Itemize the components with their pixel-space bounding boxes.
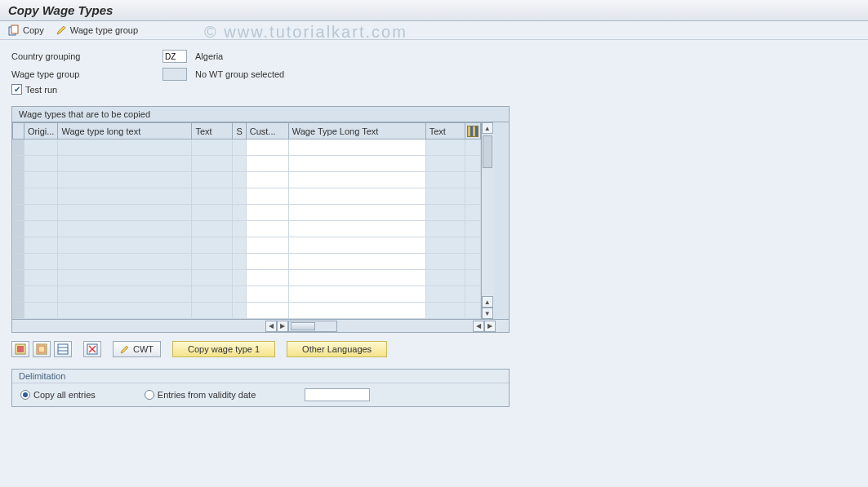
grid-cell[interactable]	[24, 156, 58, 172]
grid-cell[interactable]	[24, 303, 58, 319]
grid-cell[interactable]	[58, 172, 192, 188]
grid-cell[interactable]	[425, 303, 465, 319]
scroll-thumb[interactable]	[483, 135, 492, 168]
grid-cell[interactable]	[24, 205, 58, 221]
hscroll-left-arrow-2[interactable]: ◀	[473, 321, 484, 332]
grid-cell[interactable]	[24, 139, 58, 156]
table-row[interactable]	[13, 286, 481, 303]
scroll-down-arrow-2[interactable]: ▲	[482, 296, 493, 308]
grid-cell[interactable]	[425, 254, 465, 270]
grid-cell[interactable]	[246, 286, 288, 303]
grid-cell[interactable]	[425, 205, 465, 221]
grid-cell[interactable]	[58, 237, 192, 254]
grid-cell[interactable]	[288, 270, 425, 286]
grid-cell[interactable]	[24, 188, 58, 205]
column-header[interactable]: S	[233, 123, 246, 139]
copy-all-entries-radio[interactable]: Copy all entries	[20, 390, 96, 400]
grid-cell[interactable]	[24, 172, 58, 188]
grid-cell[interactable]	[233, 270, 246, 286]
grid-cell[interactable]	[233, 139, 246, 156]
grid-cell[interactable]	[233, 303, 246, 319]
grid-cell[interactable]	[233, 237, 246, 254]
grid-cell[interactable]	[58, 221, 192, 237]
validity-date-input[interactable]	[305, 388, 370, 401]
grid-cell[interactable]	[288, 156, 425, 172]
row-selector[interactable]	[13, 270, 24, 286]
entries-from-validity-radio[interactable]: Entries from validity date	[145, 390, 256, 400]
grid-cell[interactable]	[288, 139, 425, 156]
grid-cell[interactable]	[425, 286, 465, 303]
grid-cell[interactable]	[192, 172, 233, 188]
grid-cell[interactable]	[192, 205, 233, 221]
grid-cell[interactable]	[58, 270, 192, 286]
grid-cell[interactable]	[58, 188, 192, 205]
grid-cell[interactable]	[58, 205, 192, 221]
grid-cell[interactable]	[246, 237, 288, 254]
grid-cell[interactable]	[192, 221, 233, 237]
grid-cell[interactable]	[425, 172, 465, 188]
configure-columns-button[interactable]	[465, 123, 480, 139]
grid-cell[interactable]	[246, 303, 288, 319]
table-settings-button[interactable]	[54, 341, 72, 357]
grid-cell[interactable]	[192, 156, 233, 172]
row-selector[interactable]	[13, 172, 24, 188]
row-selector[interactable]	[13, 254, 24, 270]
hscroll-right-arrow[interactable]: ▶	[277, 321, 288, 332]
scroll-down-arrow[interactable]: ▼	[482, 308, 493, 319]
grid-cell[interactable]	[288, 286, 425, 303]
grid-cell[interactable]	[24, 254, 58, 270]
column-header[interactable]: Wage Type Long Text	[288, 123, 425, 139]
wage-types-grid[interactable]: Origi...Wage type long textTextSCust...W…	[12, 122, 481, 319]
row-selector[interactable]	[13, 205, 24, 221]
grid-cell[interactable]	[192, 286, 233, 303]
grid-cell[interactable]	[192, 237, 233, 254]
hscroll-left-arrow[interactable]: ◀	[265, 321, 277, 332]
grid-cell[interactable]	[24, 221, 58, 237]
grid-cell[interactable]	[233, 172, 246, 188]
table-row[interactable]	[13, 188, 481, 205]
wage-type-group-input[interactable]	[162, 68, 187, 81]
grid-cell[interactable]	[24, 286, 58, 303]
grid-cell[interactable]	[425, 237, 465, 254]
delete-row-button[interactable]	[83, 341, 101, 357]
deselect-all-button[interactable]	[33, 341, 51, 357]
table-row[interactable]	[13, 270, 481, 286]
grid-cell[interactable]	[192, 254, 233, 270]
grid-cell[interactable]	[24, 270, 58, 286]
hscroll-thumb[interactable]	[291, 322, 315, 330]
grid-cell[interactable]	[425, 156, 465, 172]
grid-cell[interactable]	[425, 139, 465, 156]
grid-cell[interactable]	[288, 254, 425, 270]
table-row[interactable]	[13, 205, 481, 221]
table-row[interactable]	[13, 172, 481, 188]
table-row[interactable]	[13, 237, 481, 254]
test-run-checkbox[interactable]: ✔	[11, 84, 22, 95]
grid-cell[interactable]	[233, 286, 246, 303]
grid-cell[interactable]	[246, 156, 288, 172]
wage-type-group-button[interactable]: Wage type group	[56, 24, 138, 36]
grid-cell[interactable]	[24, 237, 58, 254]
row-selector[interactable]	[13, 303, 24, 319]
grid-cell[interactable]	[246, 188, 288, 205]
grid-cell[interactable]	[192, 139, 233, 156]
column-header[interactable]: Cust...	[246, 123, 288, 139]
country-grouping-input[interactable]	[162, 50, 187, 63]
grid-cell[interactable]	[192, 188, 233, 205]
vertical-scrollbar[interactable]: ▲ ▲ ▼	[481, 122, 494, 319]
grid-cell[interactable]	[58, 303, 192, 319]
grid-cell[interactable]	[233, 254, 246, 270]
hscroll-left[interactable]: ◀ ▶	[265, 321, 337, 332]
row-selector[interactable]	[13, 286, 24, 303]
grid-cell[interactable]	[192, 303, 233, 319]
grid-cell[interactable]	[246, 172, 288, 188]
grid-cell[interactable]	[425, 188, 465, 205]
column-header[interactable]: Origi...	[24, 123, 58, 139]
table-row[interactable]	[13, 139, 481, 156]
grid-cell[interactable]	[192, 270, 233, 286]
grid-cell[interactable]	[233, 188, 246, 205]
table-row[interactable]	[13, 254, 481, 270]
table-row[interactable]	[13, 303, 481, 319]
cwt-button[interactable]: CWT	[113, 341, 161, 357]
grid-cell[interactable]	[246, 254, 288, 270]
row-selector[interactable]	[13, 221, 24, 237]
